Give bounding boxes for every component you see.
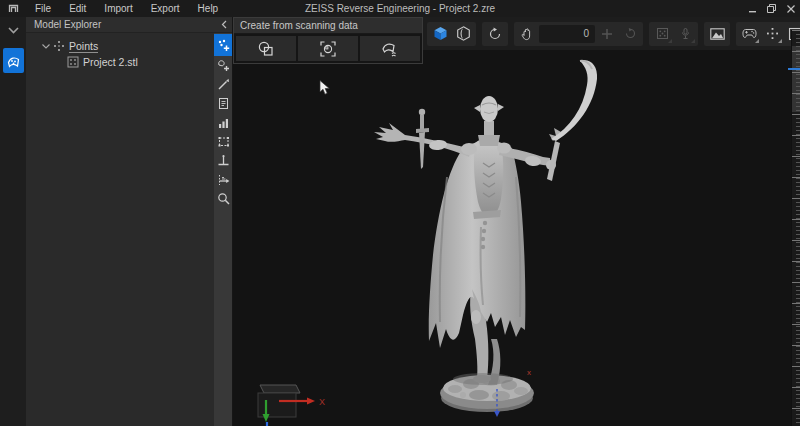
panel-collapse-button[interactable] bbox=[221, 20, 227, 29]
hexagon-shaded-button[interactable] bbox=[452, 24, 474, 44]
hand-pan-button[interactable] bbox=[516, 24, 538, 44]
matrix-grid-icon bbox=[656, 27, 669, 40]
zoom-ruler[interactable] bbox=[791, 30, 800, 426]
menu-export[interactable]: Export bbox=[142, 0, 189, 17]
add-mesh-tool[interactable] bbox=[214, 56, 232, 75]
polygon-select-icon bbox=[217, 135, 230, 148]
bar-chart-tool[interactable] bbox=[214, 113, 232, 132]
freeform-approx-icon bbox=[380, 40, 400, 58]
viewport-3d[interactable]: 0 bbox=[233, 17, 800, 426]
points-crosshair-icon bbox=[766, 27, 779, 40]
overlap-shapes-button[interactable] bbox=[236, 36, 296, 61]
mouse-cursor bbox=[319, 80, 331, 96]
toolbar-group-view bbox=[427, 22, 476, 46]
model-explorer-title: Model Explorer bbox=[34, 19, 101, 30]
freeform-approx-button[interactable] bbox=[360, 36, 420, 61]
tree-expander-icon[interactable] bbox=[40, 44, 52, 49]
stl-mesh-icon bbox=[66, 56, 80, 68]
chevron-down-icon[interactable] bbox=[0, 17, 26, 43]
overlap-shapes-icon bbox=[257, 40, 275, 58]
hexagon-shaded-icon bbox=[456, 26, 471, 41]
activity-bar bbox=[0, 17, 26, 426]
selection-counter-field[interactable]: 0 bbox=[539, 25, 595, 43]
pen-icon bbox=[217, 78, 230, 91]
tree-item-project-stl[interactable]: Project 2.stl bbox=[26, 54, 214, 70]
model-tree: Points Project 2.stl bbox=[26, 33, 214, 426]
note-tool[interactable] bbox=[214, 94, 232, 113]
points-cloud-icon bbox=[52, 40, 66, 52]
toolbar-group-rotate bbox=[482, 22, 508, 46]
minimize-button[interactable] bbox=[743, 0, 762, 17]
note-icon bbox=[217, 97, 230, 110]
ruler-marker bbox=[788, 68, 800, 70]
polygon-select-tool[interactable] bbox=[214, 132, 232, 151]
points-display-button[interactable] bbox=[761, 24, 783, 44]
window-controls bbox=[743, 0, 800, 17]
model-3d-figurine[interactable]: x bbox=[233, 17, 800, 426]
add-selection-button[interactable] bbox=[596, 24, 618, 44]
add-points-tool[interactable] bbox=[214, 34, 232, 56]
add-points-icon bbox=[217, 39, 230, 52]
model-sickle bbox=[547, 60, 597, 181]
restore-button[interactable] bbox=[762, 0, 781, 17]
probe-button[interactable] bbox=[674, 24, 696, 44]
origin-x-label: x bbox=[527, 368, 531, 377]
perpendicular-measure-icon bbox=[217, 154, 230, 167]
add-mesh-icon bbox=[217, 59, 230, 72]
plus-icon bbox=[601, 28, 613, 40]
probe-mic-icon bbox=[679, 27, 692, 40]
magnifier-tool[interactable] bbox=[214, 189, 232, 208]
menu-file[interactable]: File bbox=[26, 0, 60, 17]
hand-pan-icon bbox=[520, 27, 534, 41]
toolbar-group-alignment bbox=[649, 22, 698, 46]
create-from-scanning-data-popup: Create from scanning data bbox=[233, 17, 423, 64]
popup-title: Create from scanning data bbox=[234, 18, 422, 34]
menu-help[interactable]: Help bbox=[189, 0, 228, 17]
matrix-grid-button[interactable] bbox=[651, 24, 673, 44]
toolbar-group-selection: 0 bbox=[514, 22, 643, 46]
model-explorer-panel: Model Explorer Points bbox=[26, 17, 233, 426]
axis-x-label: X bbox=[319, 397, 325, 407]
axes-widget: X bbox=[255, 381, 333, 426]
rotate-icon bbox=[488, 27, 502, 41]
gamepad-button[interactable] bbox=[738, 24, 760, 44]
perpendicular-measure-tool[interactable] bbox=[214, 151, 232, 170]
screen-capture-icon bbox=[710, 28, 725, 40]
model-head bbox=[474, 96, 504, 146]
pen-tool[interactable] bbox=[214, 75, 232, 94]
close-icon[interactable] bbox=[781, 0, 800, 17]
view-toolbar: 0 bbox=[427, 21, 800, 46]
apply-selection-button[interactable] bbox=[619, 24, 641, 44]
menu-edit[interactable]: Edit bbox=[60, 0, 95, 17]
vertical-toolbar bbox=[214, 33, 232, 426]
titlebar: ZEISS Reverse Engineering - Project 2.zr… bbox=[0, 0, 800, 17]
bar-chart-icon bbox=[217, 116, 230, 129]
model-left-arm bbox=[374, 123, 477, 157]
tree-item-points[interactable]: Points bbox=[26, 38, 214, 54]
dimension-arrow-tool[interactable] bbox=[214, 170, 232, 189]
tree-label-points: Points bbox=[69, 40, 98, 53]
capture-region-icon bbox=[319, 40, 337, 58]
capture-region-button[interactable] bbox=[298, 36, 358, 61]
undo-circle-icon bbox=[624, 27, 637, 40]
menubar: File Edit Import Export Help bbox=[26, 0, 227, 17]
scan-flag-icon bbox=[6, 53, 21, 68]
cube-view-icon bbox=[433, 26, 448, 41]
toolbar-group-capture bbox=[704, 22, 730, 46]
dimension-arrow-icon bbox=[217, 173, 230, 186]
screen-capture-button[interactable] bbox=[706, 24, 728, 44]
cube-view-button[interactable] bbox=[429, 24, 451, 44]
tree-label-project-stl: Project 2.stl bbox=[83, 56, 138, 68]
rotate-view-button[interactable] bbox=[484, 24, 506, 44]
activity-item-scan-flag[interactable] bbox=[3, 48, 24, 73]
zeiss-reverse-engineering-window: ZEISS Reverse Engineering - Project 2.zr… bbox=[0, 0, 800, 426]
app-menu-icon[interactable] bbox=[0, 0, 26, 17]
menu-import[interactable]: Import bbox=[95, 0, 141, 17]
gamepad-icon bbox=[742, 28, 757, 39]
magnifier-icon bbox=[217, 192, 230, 205]
